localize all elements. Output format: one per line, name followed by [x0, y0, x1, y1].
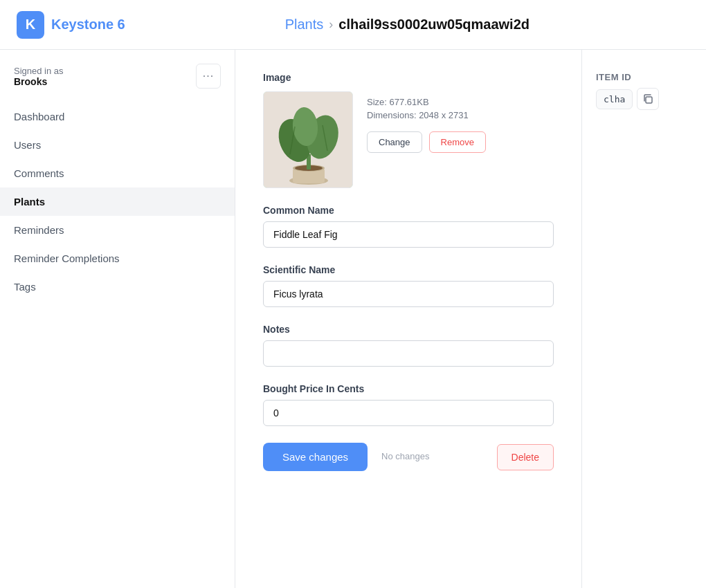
sidebar: Signed in as Brooks ··· Dashboard Users … — [0, 50, 235, 588]
notes-field: Notes — [263, 324, 554, 367]
header: K Keystone 6 Plants › clhail9ss0002uw05q… — [0, 0, 706, 50]
app-title: Keystone 6 — [51, 17, 125, 33]
image-info: Size: 677.61KB Dimensions: 2048 x 2731 C… — [367, 91, 486, 153]
image-section: Image — [263, 72, 554, 188]
scientific-name-label: Scientific Name — [263, 264, 554, 275]
common-name-label: Common Name — [263, 205, 554, 216]
sidebar-item-dashboard[interactable]: Dashboard — [0, 102, 235, 131]
image-dimensions: Dimensions: 2048 x 2731 — [367, 110, 486, 120]
plant-svg — [264, 92, 353, 188]
svg-rect-11 — [646, 97, 652, 103]
no-changes-text: No changes — [381, 450, 429, 463]
image-label: Image — [263, 72, 554, 83]
sidebar-item-reminders[interactable]: Reminders — [0, 216, 235, 244]
image-row: Size: 677.61KB Dimensions: 2048 x 2731 C… — [263, 91, 554, 188]
copy-id-button[interactable] — [637, 88, 659, 110]
remove-image-button[interactable]: Remove — [429, 131, 486, 153]
image-size: Size: 677.61KB — [367, 97, 486, 107]
price-field: Bought Price In Cents — [263, 383, 554, 426]
signed-in-label: Signed in as — [14, 66, 64, 76]
delete-button[interactable]: Delete — [497, 444, 554, 470]
signed-in-area: Signed in as Brooks ··· — [0, 64, 235, 102]
username-label: Brooks — [14, 76, 64, 87]
price-input[interactable] — [263, 400, 554, 426]
sidebar-item-reminder-completions[interactable]: Reminder Completions — [0, 244, 235, 273]
breadcrumb-separator: › — [329, 17, 333, 32]
sidebar-item-plants[interactable]: Plants — [0, 187, 235, 216]
price-label: Bought Price In Cents — [263, 383, 554, 394]
breadcrumb: Plants › clhail9ss0002uw05qmaawi2d — [285, 17, 530, 33]
sidebar-item-users[interactable]: Users — [0, 131, 235, 159]
notes-label: Notes — [263, 324, 554, 335]
breadcrumb-current: clhail9ss0002uw05qmaawi2d — [338, 17, 530, 33]
bottom-actions: Save changes No changes Delete — [263, 443, 554, 471]
notes-input[interactable] — [263, 340, 554, 367]
copy-icon — [642, 93, 653, 104]
plant-image — [263, 91, 353, 188]
item-id-row: clha — [596, 88, 692, 110]
menu-dots-button[interactable]: ··· — [196, 64, 221, 89]
item-id-label: Item ID — [596, 72, 692, 82]
change-image-button[interactable]: Change — [367, 131, 422, 153]
item-id-value: clha — [596, 89, 633, 109]
common-name-input[interactable] — [263, 221, 554, 248]
app-logo: K — [17, 11, 44, 39]
right-panel: Item ID clha — [581, 50, 706, 588]
sidebar-item-comments[interactable]: Comments — [0, 159, 235, 187]
sidebar-item-tags[interactable]: Tags — [0, 273, 235, 301]
breadcrumb-parent-link[interactable]: Plants — [285, 17, 324, 33]
common-name-field: Common Name — [263, 205, 554, 248]
scientific-name-field: Scientific Name — [263, 264, 554, 307]
logo-area: K Keystone 6 — [17, 11, 125, 39]
image-buttons: Change Remove — [367, 131, 486, 153]
layout: Signed in as Brooks ··· Dashboard Users … — [0, 50, 706, 588]
scientific-name-input[interactable] — [263, 281, 554, 307]
save-changes-button[interactable]: Save changes — [263, 443, 368, 471]
main-content: Image — [235, 50, 581, 588]
